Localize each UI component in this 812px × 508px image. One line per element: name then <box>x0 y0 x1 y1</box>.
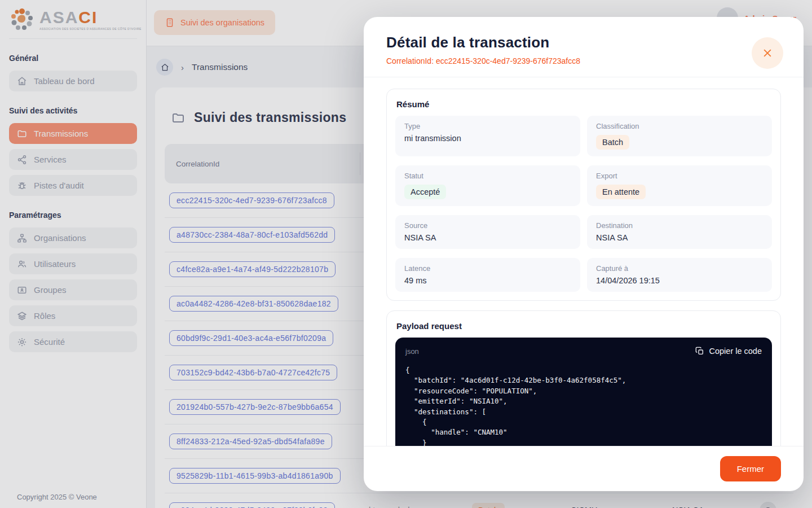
modal-correlation-id: CorrelationId: ecc22415-320c-4ed7-9239-6… <box>386 56 781 65</box>
copy-code-button[interactable]: Copier le code <box>695 347 762 356</box>
field-capture: Capturé à 14/04/2026 19:15 <box>587 258 772 292</box>
code-line: { <box>405 417 762 427</box>
field-value: NSIA SA <box>596 233 763 242</box>
copy-code-label: Copier le code <box>709 347 762 356</box>
code-line: "destinations": [ <box>405 407 762 417</box>
field-label: Latence <box>404 264 571 273</box>
resume-grid: Type mi transmission Classification Batc… <box>395 116 772 292</box>
field-value: mi transmission <box>404 134 571 143</box>
code-line: { <box>405 365 762 375</box>
fermer-button[interactable]: Fermer <box>720 456 781 481</box>
field-label: Type <box>404 122 571 130</box>
code-block-header: json Copier le code <box>405 347 762 356</box>
field-source: Source NSIA SA <box>395 215 580 249</box>
code-line: "handle": "CNAM10" <box>405 427 762 437</box>
export-badge: En attente <box>596 185 646 199</box>
payload-section: Payload request json Copier le code { "b… <box>386 310 781 446</box>
resume-heading: Résumé <box>396 99 772 109</box>
field-classification: Classification Batch <box>587 116 772 156</box>
field-label: Capturé à <box>596 264 763 273</box>
payload-heading: Payload request <box>396 321 772 331</box>
field-value: NSIA SA <box>404 233 571 242</box>
code-line: "resourceCode": "POPULATION", <box>405 386 762 396</box>
field-label: Destination <box>596 221 763 230</box>
code-content: { "batchId": "4ac6d01f-c12d-42be-b3f0-4a… <box>405 365 762 446</box>
copy-icon <box>695 347 704 356</box>
close-icon <box>762 47 773 59</box>
field-statut: Statut Accepté <box>395 165 580 206</box>
resume-section: Résumé Type mi transmission Classificati… <box>386 89 781 301</box>
code-line: "batchId": "4ac6d01f-c12d-42be-b3f0-4a62… <box>405 375 762 386</box>
code-line: } <box>405 438 762 446</box>
field-destination: Destination NSIA SA <box>587 215 772 249</box>
field-type: Type mi transmission <box>395 116 580 156</box>
field-label: Statut <box>404 172 571 180</box>
field-label: Classification <box>596 122 763 130</box>
field-export: Export En attente <box>587 165 772 206</box>
code-line: "emitterId": "NSIA10", <box>405 396 762 406</box>
field-label: Export <box>596 172 763 180</box>
field-latence: Latence 49 ms <box>395 258 580 292</box>
classification-badge: Batch <box>596 135 629 150</box>
transaction-detail-modal: Détail de la transaction CorrelationId: … <box>364 17 804 491</box>
modal-footer: Fermer <box>364 446 804 491</box>
code-language-label: json <box>405 347 419 356</box>
modal-title: Détail de la transaction <box>386 34 781 51</box>
modal-body: Résumé Type mi transmission Classificati… <box>364 77 804 446</box>
code-block: json Copier le code { "batchId": "4ac6d0… <box>395 338 772 446</box>
status-badge: Accepté <box>404 185 446 199</box>
field-value: 14/04/2026 19:15 <box>596 276 763 285</box>
field-value: 49 ms <box>404 276 571 285</box>
field-label: Source <box>404 221 571 230</box>
close-button[interactable] <box>752 37 783 69</box>
modal-header: Détail de la transaction CorrelationId: … <box>364 17 804 77</box>
